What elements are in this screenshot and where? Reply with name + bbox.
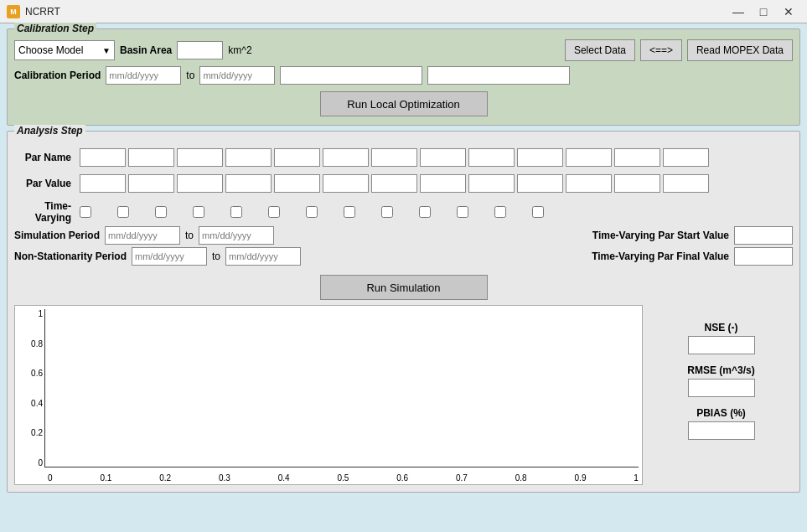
nonstat-start-date[interactable] [132, 247, 207, 266]
par-value-label: Par Value [14, 178, 75, 189]
title-bar-left: M NCRRT [7, 5, 60, 18]
par-value-9[interactable] [468, 174, 515, 193]
tv-checkbox-12[interactable] [494, 206, 506, 218]
sim-start-date[interactable] [105, 226, 180, 245]
tv-checkbox-4[interactable] [193, 206, 204, 218]
par-name-1[interactable] [80, 148, 126, 167]
par-value-5[interactable] [274, 174, 320, 193]
nse-label: NSE (-) [705, 322, 738, 333]
title-bar: M NCRRT — □ ✕ [0, 0, 807, 23]
calibration-extra-field2[interactable] [427, 66, 570, 85]
non-stat-row: Non-Stationarity Period to Time-Varying … [14, 247, 793, 266]
y-tick-5: 0.2 [17, 428, 43, 437]
par-value-12[interactable] [614, 174, 660, 193]
par-name-10[interactable] [517, 148, 563, 167]
sim-period-row: Simulation Period to Time-Varying Par St… [14, 226, 793, 245]
title-bar-controls: — □ ✕ [727, 3, 800, 21]
run-local-optimization-button[interactable]: Run Local Optimization [320, 91, 488, 116]
par-name-grid [80, 148, 709, 167]
par-name-8[interactable] [420, 148, 466, 167]
run-sim-container: Run Simulation [14, 268, 793, 302]
chart-x-axis: 0 0.1 0.2 0.3 0.4 0.5 0.6 0.7 0.8 0.9 1 [44, 473, 642, 483]
tv-checkbox-9[interactable] [381, 206, 393, 218]
x-tick-10: 1 [634, 473, 639, 483]
par-value-6[interactable] [323, 174, 369, 193]
x-tick-5: 0.5 [337, 473, 349, 483]
par-name-9[interactable] [468, 148, 515, 167]
par-value-4[interactable] [225, 174, 272, 193]
choose-model-dropdown[interactable]: Choose Model ▼ [14, 40, 115, 60]
select-data-button[interactable]: Select Data [565, 39, 635, 61]
rmse-value[interactable] [688, 379, 755, 397]
par-name-11[interactable] [566, 148, 612, 167]
par-value-3[interactable] [177, 174, 223, 193]
par-value-8[interactable] [420, 174, 466, 193]
par-name-3[interactable] [177, 148, 223, 167]
calibration-end-date[interactable] [199, 66, 275, 85]
y-tick-4: 0.4 [17, 399, 43, 408]
to-label-1: to [186, 70, 194, 81]
y-tick-2: 0.8 [17, 339, 43, 349]
sim-end-date[interactable] [199, 226, 274, 245]
tv-start-value[interactable] [734, 226, 793, 245]
par-name-4[interactable] [225, 148, 272, 167]
tv-checkbox-11[interactable] [457, 206, 468, 218]
calibration-section: Calibration Step Choose Model ▼ Basin Ar… [7, 28, 800, 126]
par-name-13[interactable] [663, 148, 709, 167]
calibration-extra-field1[interactable] [280, 66, 422, 85]
tv-final-label: Time-Varying Par Final Value [592, 251, 729, 262]
app-icon: M [7, 5, 20, 18]
x-tick-7: 0.7 [456, 473, 468, 483]
dropdown-arrow-icon: ▼ [102, 46, 111, 55]
bottom-area: 1 0.8 0.6 0.4 0.2 0 0 0.1 0.2 0.3 0.4 0.… [14, 305, 793, 485]
rmse-label: RMSE (m^3/s) [687, 364, 754, 376]
arrow-button[interactable]: <==> [640, 39, 682, 61]
time-varying-label: Time-Varying [14, 200, 75, 224]
calibration-row1: Choose Model ▼ Basin Area km^2 Select Da… [14, 39, 793, 61]
pbias-group: PBIAS (%) [649, 407, 793, 440]
par-name-5[interactable] [274, 148, 320, 167]
close-button[interactable]: ✕ [777, 3, 800, 21]
analysis-section-label: Analysis Step [14, 125, 85, 137]
maximize-button[interactable]: □ [752, 3, 775, 21]
tv-checkbox-7[interactable] [306, 206, 318, 218]
minimize-button[interactable]: — [727, 3, 750, 21]
par-value-11[interactable] [566, 174, 612, 193]
par-value-7[interactable] [371, 174, 417, 193]
pbias-value[interactable] [688, 421, 755, 440]
run-simulation-button[interactable]: Run Simulation [320, 275, 488, 300]
y-tick-3: 0.6 [17, 369, 43, 378]
par-value-10[interactable] [517, 174, 563, 193]
chart-y-axis: 1 0.8 0.6 0.4 0.2 0 [15, 306, 44, 467]
non-stationarity-label: Non-Stationarity Period [14, 251, 127, 262]
read-mopex-button[interactable]: Read MOPEX Data [687, 39, 793, 61]
par-name-2[interactable] [128, 148, 174, 167]
tv-checkbox-5[interactable] [230, 206, 242, 218]
tv-checkbox-13[interactable] [532, 206, 544, 218]
rmse-group: RMSE (m^3/s) [649, 364, 793, 397]
par-value-13[interactable] [663, 174, 709, 193]
tv-checkbox-6[interactable] [268, 206, 280, 218]
nonstat-end-date[interactable] [225, 247, 301, 266]
tv-checkbox-2[interactable] [117, 206, 129, 218]
nse-value[interactable] [688, 336, 755, 354]
par-name-12[interactable] [614, 148, 660, 167]
tv-final-value[interactable] [734, 247, 793, 266]
par-name-6[interactable] [323, 148, 369, 167]
chart-plot [44, 309, 639, 467]
x-tick-2: 0.2 [159, 473, 171, 483]
main-content: Calibration Step Choose Model ▼ Basin Ar… [0, 23, 807, 498]
par-value-1[interactable] [80, 174, 126, 193]
par-value-2[interactable] [128, 174, 174, 193]
x-tick-0: 0 [48, 473, 53, 483]
calibration-start-date[interactable] [106, 66, 181, 85]
par-name-7[interactable] [371, 148, 417, 167]
par-name-row: Par Name [14, 148, 793, 167]
tv-checkbox-10[interactable] [419, 206, 431, 218]
tv-checkbox-8[interactable] [344, 206, 355, 218]
tv-checkbox-3[interactable] [155, 206, 167, 218]
x-tick-8: 0.8 [515, 473, 527, 483]
tv-checkbox-1[interactable] [80, 206, 91, 218]
basin-area-unit: km^2 [228, 44, 251, 56]
basin-area-input[interactable] [177, 41, 223, 59]
